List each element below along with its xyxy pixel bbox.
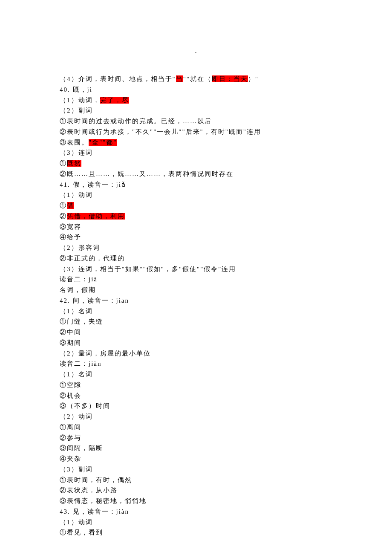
text-line: ①看见，看到 [60,527,332,538]
text-segment: （1）动词， [60,97,100,104]
page: - （4）介词，表时间、地点，相当于"当""就在（即日：当天）"40. 既，jì… [0,0,392,555]
text-line: ①空隙 [60,380,332,390]
text-line: （2）副词 [60,105,332,116]
text-line: （3）连词 [60,147,332,158]
text-line: （3）连词，相当于"如果""假如"，多"假使""假令"连用 [60,264,332,275]
highlighted-text: 完了，尽 [100,97,129,104]
text-segment: ①表时间的过去或动作的完成。已经，……以后 [60,118,212,124]
text-segment: （4）介词，表时间、地点，相当于" [60,75,176,82]
text-segment: （3）副词 [60,466,93,473]
text-segment: ①表时间，有时，偶然 [60,477,132,483]
text-segment: ②表时间或行为承接，"不久""一会儿""后来"，有时"既而"连用 [60,128,261,135]
text-segment: ③表围。 [60,139,89,146]
text-line: （2）动词 [60,411,332,422]
text-line: ②中间 [60,327,332,338]
text-line: ①门缝，夹缝 [60,316,332,327]
text-line: 43. 见，读音一：jiàn [60,506,332,517]
text-line: ①借 [60,200,332,211]
text-segment: （1）名词 [60,308,93,315]
text-segment: （1）名词 [60,371,93,378]
text-line: 读音二：jiàn [60,358,332,369]
text-segment: ①看见，看到 [60,529,103,536]
text-segment: ④夹杂 [60,455,81,462]
text-line: 40. 既，jì [60,84,332,95]
text-segment: ①空隙 [60,382,81,388]
text-line: ①表时间，有时，偶然 [60,475,332,486]
highlighted-text: 即日：当天 [212,75,248,82]
text-segment: ② [60,213,67,220]
text-segment: ②机会 [60,392,81,399]
text-line: ①离间 [60,422,332,433]
text-segment: ①门缝，夹缝 [60,318,103,325]
text-line: ②凭借，借助，利用 [60,211,332,222]
text-line: （2）量词，房屋的最小单位 [60,348,332,359]
text-segment: ①离间 [60,424,81,431]
text-line: 42. 间，读音一：jiān [60,295,332,306]
text-line: ④夹杂 [60,454,332,464]
text-segment: 读音二：jià [60,276,98,283]
text-line: （1）名词 [60,306,332,317]
text-line: ③期间 [60,338,332,348]
text-line: ②表时间或行为承接，"不久""一会儿""后来"，有时"既而"连用 [60,127,332,137]
text-segment: ②非正式的，代理的 [60,255,125,262]
text-line: 读音二：jià [60,274,332,285]
text-segment: ）" [248,75,259,82]
text-segment: （2）副词 [60,107,93,114]
text-line: ③间隔，隔断 [60,443,332,454]
text-segment: 42. 间，读音一：jiān [60,297,129,304]
text-segment: （3）连词，相当于"如果""假如"，多"假使""假令"连用 [60,266,236,272]
highlighted-text: 借 [67,202,74,209]
text-segment: ① [60,160,67,167]
text-line: （1）动词 [60,517,332,528]
text-line: ③（不多）时间 [60,401,332,411]
highlighted-text: 当 [176,75,183,82]
text-segment: （1）动词 [60,519,93,526]
text-segment: 41. 假，读音一：jiǎ [60,181,126,188]
header-dash: - [60,47,332,57]
highlighted-text: 凭借，借助，利用 [67,213,125,220]
text-segment: （1）动词 [60,191,93,198]
text-segment: （2）量词，房屋的最小单位 [60,350,151,357]
text-line: ②表状态，从小路 [60,485,332,496]
text-line: （4）介词，表时间、地点，相当于"当""就在（即日：当天）" [60,74,332,84]
text-segment: ① [60,202,67,209]
text-line: ②参与 [60,433,332,443]
text-segment: ②参与 [60,434,81,441]
text-line: 名词，假期 [60,285,332,295]
text-line: ③表情态，秘密地，悄悄地 [60,496,332,506]
text-line: ①表时间的过去或动作的完成。已经，……以后 [60,116,332,127]
text-segment: （3）连词 [60,149,93,156]
text-line: （1）名词 [60,369,332,380]
text-segment: 读音二：jiàn [60,360,102,367]
text-segment: （2）动词 [60,413,93,420]
text-segment: ②表状态，从小路 [60,487,118,494]
text-line: （1）动词，完了，尽 [60,95,332,106]
text-segment: 40. 既，jì [60,86,92,93]
text-segment: 43. 见，读音一：jiàn [60,508,129,515]
text-line: ③宽容 [60,222,332,232]
text-line: ②机会 [60,390,332,401]
text-segment: ③表情态，秘密地，悄悄地 [60,497,147,504]
text-segment: ③期间 [60,339,81,346]
text-segment: （2）形容词 [60,244,100,251]
text-line: （3）副词 [60,464,332,475]
content-body: （4）介词，表时间、地点，相当于"当""就在（即日：当天）"40. 既，jì（1… [60,74,332,538]
text-line: ③表围。"全""都" [60,137,332,148]
highlighted-text: 既然 [67,160,81,167]
text-segment: ④给予 [60,234,81,240]
text-line: （2）形容词 [60,243,332,253]
text-segment: ③间隔，隔断 [60,445,103,451]
text-segment: ②中间 [60,329,81,335]
text-segment: ③（不多）时间 [60,402,110,409]
text-line: （1）动词 [60,190,332,200]
text-segment: ③宽容 [60,223,81,230]
text-segment: ②既……且……，既……又……，表两种情况同时存在 [60,171,233,177]
text-line: ④给予 [60,232,332,243]
text-line: 41. 假，读音一：jiǎ [60,179,332,190]
text-segment: ""就在（ [183,75,212,82]
text-line: ②既……且……，既……又……，表两种情况同时存在 [60,169,332,179]
text-line: ①既然 [60,158,332,169]
text-segment: 名词，假期 [60,286,96,293]
highlighted-text: "全""都" [89,139,117,146]
text-line: ②非正式的，代理的 [60,253,332,264]
